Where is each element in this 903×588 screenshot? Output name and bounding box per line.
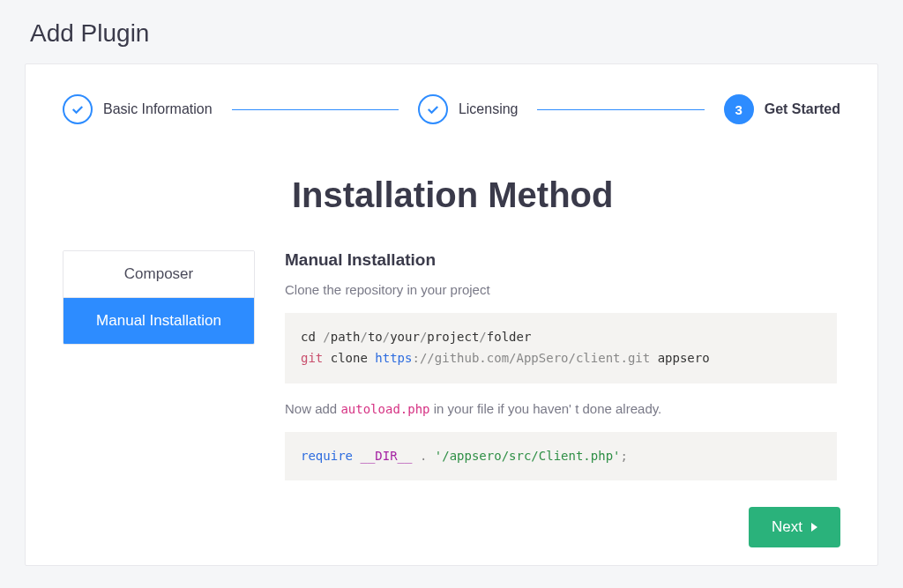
content-title: Manual Installation — [285, 250, 837, 270]
wizard-card: Basic Information Licensing 3 Get Starte… — [25, 63, 878, 566]
install-method-tabs: Composer Manual Installation — [63, 250, 255, 345]
body-row: Composer Manual Installation Manual Inst… — [63, 250, 840, 498]
code-block-clone: cd /path/to/your/project/folder git clon… — [285, 313, 837, 383]
stepper: Basic Information Licensing 3 Get Starte… — [63, 89, 840, 133]
tab-content: Manual Installation Clone the repository… — [285, 250, 840, 498]
step-licensing[interactable]: Licensing — [418, 94, 519, 124]
inline-code: autoload.php — [340, 402, 429, 416]
chevron-right-icon — [811, 523, 817, 532]
check-icon — [418, 94, 448, 124]
step-connector — [537, 109, 704, 110]
content-intro: Clone the repository in your project — [285, 282, 837, 297]
page-title: Add Plugin — [0, 0, 903, 63]
section-heading: Installation Method — [292, 175, 840, 215]
code-block-require: require __DIR__ . '/appsero/src/Client.p… — [285, 432, 837, 481]
step-connector — [232, 109, 399, 110]
step-label: Licensing — [459, 101, 519, 117]
tab-manual-installation[interactable]: Manual Installation — [63, 298, 254, 344]
next-button-label: Next — [772, 518, 802, 536]
step-number-icon: 3 — [724, 94, 754, 124]
footer-actions: Next — [749, 507, 840, 547]
step-label: Get Started — [765, 101, 840, 117]
tab-composer[interactable]: Composer — [63, 251, 254, 298]
step-get-started[interactable]: 3 Get Started — [724, 94, 840, 124]
content-paragraph: Now add autoload.php in your file if you… — [285, 401, 837, 416]
check-icon — [63, 94, 93, 124]
step-label: Basic Information — [103, 101, 213, 117]
step-basic-information[interactable]: Basic Information — [63, 94, 213, 124]
next-button[interactable]: Next — [749, 507, 840, 547]
